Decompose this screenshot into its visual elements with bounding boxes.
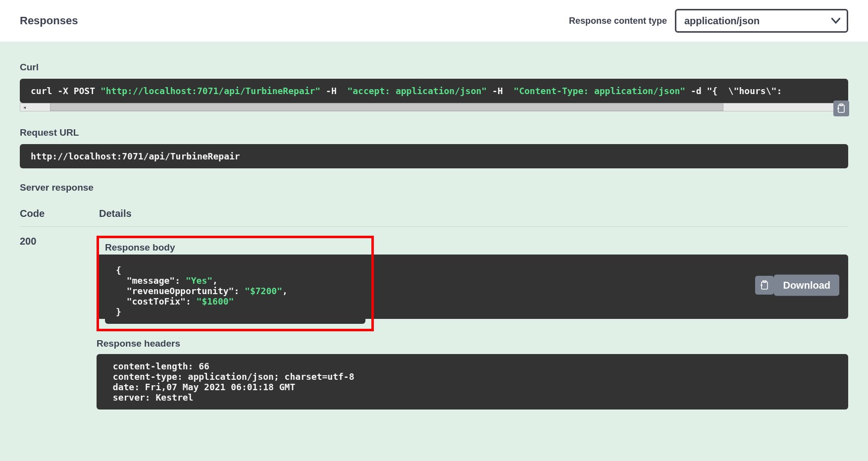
json-colon: : (186, 296, 197, 307)
curl-section: Curl curl -X POST "http://localhost:7071… (20, 62, 848, 111)
json-key: "costToFix" (116, 296, 186, 307)
curl-command-block: curl -X POST "http://localhost:7071/api/… (20, 79, 848, 103)
clipboard-icon (837, 103, 846, 113)
json-line: { (116, 265, 121, 275)
responses-header: Responses Response content type applicat… (0, 0, 868, 42)
curl-cmd: curl -X POST (31, 86, 101, 96)
request-url-block: http://localhost:7071/api/TurbineRepair (20, 144, 848, 168)
download-button[interactable]: Download (774, 274, 839, 296)
curl-label: Curl (20, 62, 848, 73)
curl-dflag: -d (685, 86, 707, 96)
copy-response-button[interactable] (755, 276, 774, 295)
response-details: Response body { "message": "Yes", "reven… (97, 236, 848, 410)
json-line: } (116, 307, 121, 317)
curl-scrollbar[interactable]: ◂ (20, 103, 848, 111)
content-type-label: Response content type (569, 16, 667, 26)
response-headers-block: content-length: 66 content-type: applica… (97, 354, 848, 410)
status-code: 200 (20, 236, 42, 410)
json-value: "Yes" (186, 275, 212, 286)
response-body-highlight-box: Response body { "message": "Yes", "reven… (97, 236, 374, 331)
response-body-label: Response body (105, 242, 365, 253)
scrollbar-left-arrow-icon[interactable]: ◂ (20, 103, 29, 111)
code-column-header: Code (20, 208, 45, 219)
main-content: Curl curl -X POST "http://localhost:7071… (0, 42, 868, 429)
response-body-code: { "message": "Yes", "revenueOpportunity"… (105, 258, 365, 324)
json-comma: , (282, 286, 288, 296)
clipboard-icon (760, 280, 769, 290)
json-comma: , (212, 275, 218, 286)
response-headers-label: Response headers (97, 338, 848, 349)
copy-curl-button[interactable] (833, 101, 849, 116)
details-column-header: Details (99, 208, 132, 219)
curl-h1val: "accept: application/json" (347, 86, 487, 96)
json-value: "$1600" (197, 296, 234, 307)
request-url-section: Request URL http://localhost:7071/api/Tu… (20, 127, 848, 168)
response-body-section: Response body { "message": "Yes", "reven… (97, 236, 848, 334)
scrollbar-thumb[interactable] (50, 103, 723, 111)
curl-h1flag: -H (320, 86, 347, 96)
content-type-select-wrap: application/json (675, 9, 848, 33)
json-colon: : (234, 286, 245, 296)
server-response-label: Server response (20, 182, 848, 193)
responses-title: Responses (20, 14, 78, 27)
response-row: 200 Response body { "message": "Yes", "r… (20, 236, 848, 410)
json-key: "message" (116, 275, 175, 286)
response-table-header: Code Details (20, 199, 848, 227)
content-type-select[interactable]: application/json (675, 9, 848, 33)
curl-body: "{ \"hours\": (707, 86, 782, 96)
json-value: "$7200" (245, 286, 282, 296)
curl-h2val: "Content-Type: application/json" (513, 86, 685, 96)
curl-url: "http://localhost:7071/api/TurbineRepair… (101, 86, 320, 96)
curl-h2flag: -H (487, 86, 513, 96)
content-type-control: Response content type application/json (569, 9, 848, 33)
json-colon: : (175, 275, 186, 286)
json-key: "revenueOpportunity" (116, 286, 234, 296)
request-url-label: Request URL (20, 127, 848, 138)
